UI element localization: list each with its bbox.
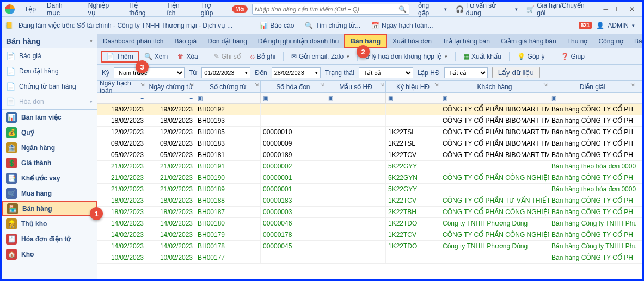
col-filter-0[interactable]: = [97, 93, 146, 103]
col-filter-1[interactable]: = [146, 93, 195, 103]
col-header-5[interactable]: Ký hiệu HĐ⇲ [386, 81, 440, 92]
status-select[interactable]: Tất cả [359, 67, 413, 78]
col-filter-5[interactable]: ▣ [386, 93, 440, 103]
close-icon[interactable]: ✕ [629, 5, 635, 13]
menu-catalog[interactable]: Danh mục [41, 2, 83, 17]
renew-link[interactable]: 🛒Gia hạn/Chuyển gói [522, 2, 599, 17]
col-filter-2[interactable]: ▣ [195, 93, 261, 103]
working-context[interactable]: Đang làm việc trên: Sổ tài chính - Công … [13, 22, 238, 29]
table-row[interactable]: 18/02/202318/02/2023BH00193CÔNG TY CỔ PH… [97, 115, 642, 127]
col-header-3[interactable]: Số hóa đơn⇲ [261, 81, 326, 92]
sidebar-sub-invoice[interactable]: 📄Hóa đơn▾ [2, 94, 97, 109]
sidebar-item-ngân-hàng[interactable]: 🏦Ngân hàng [2, 140, 97, 155]
notification-count[interactable]: 621 [579, 22, 592, 29]
sidebar-item-quỹ[interactable]: 💰Quỹ [2, 125, 97, 140]
report-link[interactable]: 📊Báo cáo [254, 22, 299, 29]
post-button[interactable]: ✎Ghi sổ [210, 52, 245, 61]
table-row[interactable]: 19/02/202319/02/2023BH00192CÔNG TY CỔ PH… [97, 104, 642, 115]
col-filter-3[interactable]: ▣ [261, 93, 326, 103]
sidebar-sub-order[interactable]: 📄Đơn đặt hàng [2, 64, 97, 79]
tab-2[interactable]: Đơn đặt hàng [202, 34, 253, 48]
col-filter-4[interactable]: ▣ [326, 93, 386, 103]
menu-operations[interactable]: Nghiệp vụ [83, 2, 124, 17]
sidebar-item-hóa-đơn-điện-tử[interactable]: 🧾Hóa đơn điện tử [2, 232, 97, 247]
sidebar-item-khế-ước-vay[interactable]: 📑Khế ước vay [2, 171, 97, 186]
table-row[interactable]: 09/02/202309/02/2023BH00183000000091K22T… [97, 138, 642, 149]
sidebar-item-mua-hàng[interactable]: 🛒Mua hàng [2, 186, 97, 201]
delete-button[interactable]: 🗑Xóa [173, 52, 202, 61]
col-header-1[interactable]: Ngày chứng từ⇲ [146, 81, 195, 92]
fetch-button[interactable]: Lấy dữ liệu [492, 67, 540, 78]
search-icon[interactable]: 🔍 [398, 5, 407, 13]
table-row[interactable]: 21/02/202321/02/2023BH00189000000015K22G… [97, 184, 642, 195]
from-date-input[interactable]: 01/02/2023▾ [201, 67, 250, 78]
tab-6[interactable]: Trả lại hàng bán [437, 34, 495, 48]
sidebar-item-kho[interactable]: 🏠Kho [2, 247, 97, 262]
feedback-button[interactable]: 💡Góp ý [513, 52, 549, 61]
col-header-2[interactable]: Số chứng từ⇲ [195, 81, 261, 92]
col-header-4[interactable]: Mẫu số HĐ⇲ [326, 81, 386, 92]
find-voucher-link[interactable]: 🔍Tìm chứng từ... [299, 22, 366, 29]
pin-icon[interactable]: ⇲ [630, 82, 635, 88]
collapse-sidebar-icon[interactable]: « [89, 38, 93, 44]
table-row[interactable]: 14/02/202314/02/2023BH00178000000451K22T… [97, 241, 642, 252]
col-filter-7[interactable]: ▣ [549, 93, 636, 103]
tab-10[interactable]: Báo cáo phân t [629, 34, 642, 48]
col-header-6[interactable]: Khách hàng⇲ [440, 81, 549, 92]
table-row[interactable]: 18/02/202318/02/2023BH00187000000032K22T… [97, 207, 642, 218]
sidebar-sub-voucher[interactable]: 📄Chứng từ bán hàng [2, 79, 97, 94]
tab-5[interactable]: Xuất hóa đơn [387, 34, 437, 48]
col-header-0[interactable]: Ngày hạch toán⇲ [97, 81, 146, 92]
pin-icon[interactable]: ⇲ [140, 82, 145, 88]
global-search[interactable]: 🔍 [252, 4, 409, 15]
sidebar-item-bán-hàng[interactable]: 🏪Bán hàng [2, 201, 97, 216]
user-menu[interactable]: 👤 ADMIN ▾ [592, 22, 639, 29]
pin-icon[interactable]: ⇲ [320, 82, 324, 88]
menu-file[interactable]: Tệp [19, 5, 41, 13]
search-input[interactable] [255, 6, 398, 13]
help-button[interactable]: ❓Giúp [556, 52, 589, 61]
menu-help[interactable]: Trợ giúp [195, 2, 230, 17]
faq-link[interactable]: ỏng gặp ▾ [414, 2, 451, 17]
table-row[interactable]: 05/02/202305/02/2023BH00181000001891K22T… [97, 149, 642, 161]
tab-9[interactable]: Công nợ [593, 34, 629, 48]
invoice-select[interactable]: Tất cả [444, 67, 488, 78]
menu-utilities[interactable]: Tiện ích [161, 2, 195, 17]
posting-date-link[interactable]: 📅Ngày hạch toán... [366, 22, 438, 29]
sidebar-sub-quotation[interactable]: 📄Báo giá [2, 48, 97, 64]
table-row[interactable]: 14/02/202314/02/2023BH00179000001781K22T… [97, 229, 642, 241]
tab-3[interactable]: Đề nghị ghi nhận doanh thu [253, 34, 344, 48]
export-button[interactable]: ▦Xuất khẩu [459, 52, 506, 61]
pin-icon[interactable]: ⇲ [380, 82, 384, 88]
tab-8[interactable]: Thu nợ [562, 34, 593, 48]
fix-invoice-button[interactable]: ử lý hoá đơn không hợp lệ▾ [361, 52, 452, 61]
add-button[interactable]: 📄Thêm [101, 51, 139, 63]
period-select[interactable]: Năm trước [114, 67, 185, 78]
sidebar-item-giá-thành[interactable]: 💲Giá thành [2, 155, 97, 171]
table-row[interactable]: 21/02/202321/02/2023BH00191000000025K22G… [97, 161, 642, 172]
sidebar-item-thủ-kho[interactable]: 👷Thủ kho [2, 216, 97, 232]
pin-icon[interactable]: ⇲ [189, 82, 194, 88]
col-header-7[interactable]: Diễn giải⇲ [549, 81, 636, 92]
pin-icon[interactable]: ⇲ [434, 82, 439, 88]
sidebar-item-bàn-làm-việc[interactable]: 📊Bàn làm việc [2, 110, 97, 125]
send-button[interactable]: ✉Gửi email, Zalo▾ [287, 52, 354, 61]
chevron-down-icon[interactable]: ▾ [347, 54, 349, 59]
minimize-icon[interactable]: ─ [603, 5, 608, 13]
col-filter-6[interactable]: ▣ [440, 93, 549, 103]
unpost-button[interactable]: ⦸Bỏ ghi [246, 52, 280, 61]
maximize-icon[interactable]: ☐ [616, 5, 622, 13]
table-row[interactable]: 12/02/202312/02/2023BH00185000000101K22T… [97, 127, 642, 138]
table-row[interactable]: 14/02/202314/02/2023BH00180000000461K22T… [97, 218, 642, 229]
chevron-down-icon[interactable]: ▾ [445, 54, 447, 59]
table-row[interactable]: 21/02/202321/02/2023BH00190000000015K22G… [97, 172, 642, 184]
tab-1[interactable]: Báo giá [169, 34, 202, 48]
support-link[interactable]: 🎧Tư vấn sử dụng ▾ [451, 2, 523, 17]
view-button[interactable]: 🔍Xem [140, 52, 173, 61]
table-row[interactable]: 10/02/202310/02/2023BH00177Bán hàng CÔNG… [97, 252, 642, 264]
table-row[interactable]: 18/02/202318/02/2023BH00188000001831K22T… [97, 195, 642, 207]
pin-icon[interactable]: ⇲ [543, 82, 548, 88]
pin-icon[interactable]: ⇲ [255, 82, 259, 88]
tab-0[interactable]: Dashboard phân tích [97, 34, 169, 48]
menu-system[interactable]: Hệ thống [124, 2, 161, 17]
